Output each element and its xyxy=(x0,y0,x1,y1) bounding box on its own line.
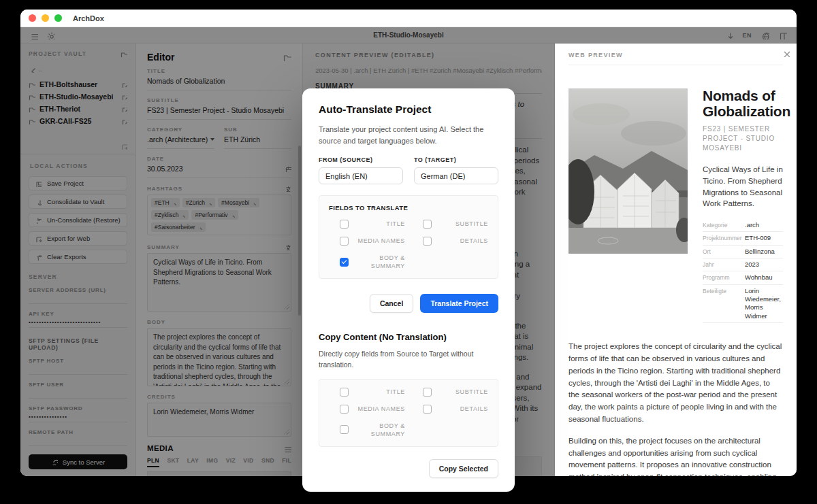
minimize-traffic-light[interactable] xyxy=(42,14,49,22)
copy-content-description: Directly copy fields from Source to Targ… xyxy=(319,349,498,371)
field-label: DETAILS xyxy=(440,405,488,413)
copy-selected-button[interactable]: Copy Selected xyxy=(429,459,498,478)
web-summary: Cyclical Ways of Life in Ticino. From Sh… xyxy=(703,164,783,209)
meta-value: Lorin Wiedemeier, Morris Widmer xyxy=(745,287,783,320)
zoom-traffic-light[interactable] xyxy=(54,14,62,22)
field-label: BODY & SUMMARY xyxy=(357,254,405,270)
checkbox[interactable] xyxy=(423,388,432,397)
web-title: Nomads of Globalization xyxy=(703,88,783,119)
checkbox[interactable] xyxy=(340,237,349,246)
web-subtitle: FS23 | SEMESTER PROJECT - STUDIO MOSAYEB… xyxy=(703,124,783,153)
field-label: MEDIA NAMES xyxy=(357,405,405,413)
translate-field-option[interactable]: BODY & SUMMARY xyxy=(329,254,405,270)
copy-field-option[interactable]: MEDIA NAMES xyxy=(329,405,405,414)
field-label: SUBTITLE xyxy=(440,220,488,228)
checkbox[interactable] xyxy=(340,258,349,267)
meta-label: Beteiligte xyxy=(703,287,745,320)
meta-value: ETH-009 xyxy=(745,234,783,242)
field-label: DETAILS xyxy=(440,237,488,245)
close-icon[interactable] xyxy=(782,49,790,57)
meta-label: Projektnummer xyxy=(703,234,745,242)
meta-value: 2023 xyxy=(745,261,783,269)
desktop: ArchDox ETH-Studio-Mosayebi EN xyxy=(0,0,817,504)
meta-value: .arch xyxy=(745,221,783,229)
meta-label: Jahr xyxy=(703,261,745,269)
fields-to-translate-header: FIELDS TO TRANSLATE xyxy=(329,204,488,212)
source-language-input[interactable] xyxy=(319,167,403,184)
cancel-button[interactable]: Cancel xyxy=(370,294,413,313)
modal-title: Auto-Translate Project xyxy=(319,103,498,116)
meta-value: Wohnbau xyxy=(745,273,783,282)
meta-row: Projektnummer ETH-009 xyxy=(703,232,783,245)
translate-field-option[interactable]: MEDIA NAMES xyxy=(329,237,405,246)
meta-row: Kategorie .arch xyxy=(703,219,783,232)
meta-row: Ort Bellinzona xyxy=(703,246,783,258)
translate-field-option[interactable]: DETAILS xyxy=(412,237,488,246)
target-language-input[interactable] xyxy=(414,167,498,184)
field-label: MEDIA NAMES xyxy=(357,237,405,245)
copy-fields-box: TITLE SUBTITLE MEDIA NAMES DETAI xyxy=(319,379,498,447)
app-title: ArchDox xyxy=(73,14,104,22)
web-preview-panel: WEB PREVIEW xyxy=(555,44,797,476)
field-label: SUBTITLE xyxy=(440,388,488,396)
checkbox[interactable] xyxy=(340,388,349,397)
from-source-label: FROM (SOURCE) xyxy=(319,156,403,163)
copy-field-option[interactable]: TITLE xyxy=(329,388,405,397)
to-target-label: TO (TARGET) xyxy=(414,156,498,163)
checkbox[interactable] xyxy=(423,237,432,246)
web-paragraph: The project explores the concept of circ… xyxy=(568,341,783,426)
checkbox[interactable] xyxy=(340,405,349,414)
close-traffic-light[interactable] xyxy=(29,14,36,22)
meta-row: Jahr 2023 xyxy=(703,258,783,271)
titlebar: ArchDox xyxy=(20,10,797,27)
checkbox[interactable] xyxy=(340,220,349,229)
meta-label: Kategorie xyxy=(703,221,745,229)
field-label: TITLE xyxy=(357,388,405,396)
fields-to-translate-box: FIELDS TO TRANSLATE TITLE SUBTITLE xyxy=(319,195,498,279)
copy-field-option[interactable]: BODY & SUMMARY xyxy=(329,422,405,438)
checkbox[interactable] xyxy=(340,425,349,434)
checkbox[interactable] xyxy=(423,405,432,414)
copy-fields-grid: TITLE SUBTITLE MEDIA NAMES DETAI xyxy=(329,388,488,438)
project-photo xyxy=(568,88,688,254)
meta-row: Programm Wohnbau xyxy=(703,271,783,284)
meta-value: Bellinzona xyxy=(745,248,783,256)
meta-label: Programm xyxy=(703,273,745,282)
copy-field-option[interactable]: SUBTITLE xyxy=(412,388,488,397)
web-preview-header: WEB PREVIEW xyxy=(568,52,783,65)
field-label: BODY & SUMMARY xyxy=(357,422,405,438)
meta-label: Ort xyxy=(703,248,745,256)
auto-translate-modal: Auto-Translate Project Translate your pr… xyxy=(302,88,515,492)
web-paragraph: Building on this, the project focuses on… xyxy=(568,435,783,476)
translate-field-option[interactable]: SUBTITLE xyxy=(412,220,488,229)
translate-project-button[interactable]: Translate Project xyxy=(420,294,498,313)
field-label: TITLE xyxy=(357,220,405,228)
meta-row: Beteiligte Lorin Wiedemeier, Morris Widm… xyxy=(703,285,783,323)
web-meta-table: Kategorie .arch Projektnummer ETH-009 xyxy=(703,219,783,323)
checkbox[interactable] xyxy=(423,220,432,229)
copy-content-title: Copy Content (No Translation) xyxy=(319,332,498,342)
web-body-text: The project explores the concept of circ… xyxy=(568,341,783,476)
modal-description: Translate your project content using AI.… xyxy=(319,124,498,146)
copy-field-option[interactable]: DETAILS xyxy=(412,405,488,414)
translate-field-option[interactable]: TITLE xyxy=(329,220,405,229)
translate-fields-grid: TITLE SUBTITLE MEDIA NAMES DETAI xyxy=(329,220,488,270)
